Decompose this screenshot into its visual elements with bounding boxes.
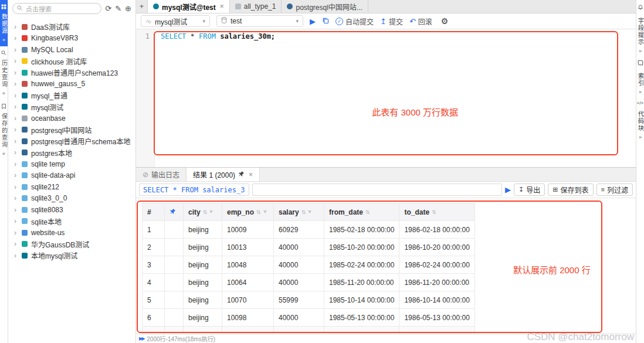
cell-to-date[interactable]: 1986-05-13 00:00:00 (399, 309, 474, 327)
connection-item[interactable]: › sqlite8083 (8, 204, 135, 216)
connection-item[interactable]: › sqlite212 (8, 181, 135, 193)
cell-emp-no[interactable]: 10098 (222, 309, 274, 327)
cell-city[interactable]: beijing (184, 221, 222, 239)
collapse-icon[interactable]: » (2, 37, 5, 43)
cell-city[interactable]: beijing (184, 274, 222, 291)
cell-from-date[interactable]: 1985-02-18 00:00:00 (324, 221, 399, 239)
tab-result-1[interactable]: 结果 1 (2000) × (187, 168, 260, 181)
rollback-button[interactable]: ↶ 回滚 (409, 16, 432, 26)
connection-item[interactable]: › sqlite本地 (8, 216, 135, 227)
connection-item[interactable]: › oceanbase (8, 113, 135, 124)
cell-emp-no[interactable]: 10064 (222, 274, 274, 291)
chevron-right-icon[interactable]: › (14, 148, 18, 157)
header-pin[interactable] (165, 203, 184, 221)
sort-icon[interactable]: ⇅ (256, 209, 261, 215)
filter-funnel-icon[interactable] (209, 210, 213, 213)
cell-from-date[interactable]: 1985-11-20 00:00:00 (324, 274, 399, 291)
cell-pin[interactable] (165, 291, 184, 309)
cell-salary[interactable]: 60929 (274, 221, 324, 239)
connection-item[interactable]: › postgres本地 (8, 147, 135, 159)
connection-item[interactable]: › postgresql中国网站 (8, 124, 135, 136)
chevron-right-icon[interactable]: › (14, 217, 18, 225)
export-button[interactable]: ↧ 导出 (514, 184, 545, 196)
cell-emp-no[interactable]: 10013 (222, 239, 274, 256)
sort-icon[interactable]: ⇅ (301, 209, 306, 215)
search-input[interactable]: 点击搜索 (12, 3, 101, 14)
cell-salary[interactable]: 40000 (274, 239, 324, 256)
rail-item-index[interactable]: 索引 » (638, 73, 643, 95)
cell-from-date[interactable]: 1985-10-14 00:00:00 (324, 291, 399, 309)
connection-item[interactable]: › 华为GaussDB测试 (8, 239, 135, 250)
chevron-right-icon[interactable]: › (14, 80, 18, 88)
cell-salary[interactable]: 40000 (274, 256, 324, 274)
chevron-right-icon[interactable]: › (14, 160, 18, 168)
rail-item-saved-query[interactable]: 保存的查询 « (0, 100, 8, 160)
chevron-right-icon[interactable]: › (14, 91, 18, 100)
chevron-right-icon[interactable]: › (14, 103, 18, 111)
settings-gear-icon[interactable]: ⚙ (441, 16, 449, 26)
connection-item[interactable]: › sqlite-data-api (8, 170, 135, 182)
cell-city[interactable]: beijing (184, 309, 222, 327)
collapse-icon[interactable]: « (2, 151, 5, 157)
condition-input[interactable] (252, 184, 502, 196)
close-icon[interactable]: × (220, 2, 224, 11)
cell-from-date[interactable]: 1985-02-24 00:00:00 (324, 256, 399, 274)
chevron-right-icon[interactable]: › (14, 252, 18, 260)
chevron-right-icon[interactable]: › (14, 194, 18, 202)
connection-item[interactable]: › 本地mysql测试 (8, 250, 135, 262)
connection-item[interactable]: › postgresql普通用户schema本地 (8, 135, 135, 147)
connection-item[interactable]: › huawei普通用户schema123 (8, 67, 135, 79)
collapse-icon[interactable]: « (2, 90, 5, 96)
header-to-date[interactable]: to_date⇅ (399, 203, 474, 221)
table-row[interactable]: 3 beijing 10048 40000 1985-02-24 00:00:0… (143, 256, 475, 274)
cell-pin[interactable] (165, 239, 184, 256)
sql-editor[interactable]: 1 SELECT * FROM salaries_30m; 此表有 3000 万… (136, 29, 636, 167)
add-connection-icon[interactable]: ⊕ (125, 5, 131, 12)
filter-funnel-icon[interactable] (308, 210, 311, 213)
header-from-date[interactable]: from_date⇅ (324, 203, 399, 221)
cell-from-date[interactable]: 1985-05-13 00:00:00 (324, 309, 399, 327)
rail-item-history-query[interactable]: 历史查询 « (0, 46, 8, 100)
chevron-right-icon[interactable]: › (14, 206, 18, 214)
table-row[interactable]: 1 beijing 10009 60929 1985-02-18 00:00:0… (143, 221, 475, 239)
connection-item[interactable]: › mysql测试 (8, 101, 135, 113)
table-row[interactable]: 6 beijing 10098 40000 1985-05-13 00:00:0… (143, 309, 475, 327)
table-row[interactable]: 4 beijing 10064 40000 1985-11-20 00:00:0… (143, 274, 475, 291)
connection-select[interactable]: mysql测试 ▾ (141, 15, 210, 27)
new-tab-button[interactable]: + (136, 0, 148, 13)
database-select[interactable]: test ▾ (216, 15, 303, 27)
connection-item[interactable]: › website-us (8, 227, 135, 239)
sql-code[interactable]: SELECT * FROM salaries_30m; (155, 29, 275, 167)
chevron-right-icon[interactable]: › (14, 23, 18, 31)
chevron-right-icon[interactable]: › (14, 229, 18, 237)
bell-icon[interactable] (638, 4, 643, 12)
save-to-table-button[interactable]: ⊞ 保存到表 (548, 184, 593, 196)
sort-icon[interactable]: ⇅ (365, 209, 370, 215)
chevron-right-icon[interactable]: › (14, 125, 18, 134)
cell-emp-no[interactable]: 10070 (222, 291, 274, 309)
refresh-icon[interactable]: ⟳ (105, 5, 111, 12)
cell-to-date[interactable]: 1986-02-24 00:00:00 (399, 256, 474, 274)
run-filter-button[interactable]: ▶ (505, 186, 511, 193)
cell-to-date[interactable]: 1986-10-20 00:00:00 (399, 239, 474, 256)
run-button[interactable]: ▶ (310, 18, 316, 25)
connection-item[interactable]: › sqlite temp (8, 158, 135, 170)
collapse-icon[interactable]: » (639, 48, 642, 54)
rail-item-datasource[interactable]: 数据源 » (0, 0, 8, 46)
chevron-right-icon[interactable]: › (14, 114, 18, 123)
chevron-right-icon[interactable]: › (14, 57, 18, 65)
auto-commit-toggle[interactable]: ✓ 自动提交 (335, 16, 374, 26)
tab-postgresql[interactable]: postgresql中国网站... (282, 0, 368, 13)
cell-pin[interactable] (165, 221, 184, 239)
cell-emp-no[interactable]: 10009 (222, 221, 274, 239)
commit-button[interactable]: ↥ 提交 (380, 16, 403, 26)
collapse-icon[interactable]: » (639, 134, 642, 140)
header-salary[interactable]: salary⇅ (274, 203, 324, 221)
chevron-right-icon[interactable]: › (14, 34, 18, 42)
header-row-number[interactable]: # (143, 203, 165, 221)
header-city[interactable]: city⇅ (184, 203, 222, 221)
cell-from-date[interactable]: 1985-10-20 00:00:00 (324, 239, 399, 256)
column-filter-button[interactable]: ≡ 列过滤 (596, 184, 633, 196)
connection-item[interactable]: › KingbaseV8R3 (8, 33, 135, 45)
connection-item[interactable]: › sqlite3_0_0 (8, 193, 135, 205)
